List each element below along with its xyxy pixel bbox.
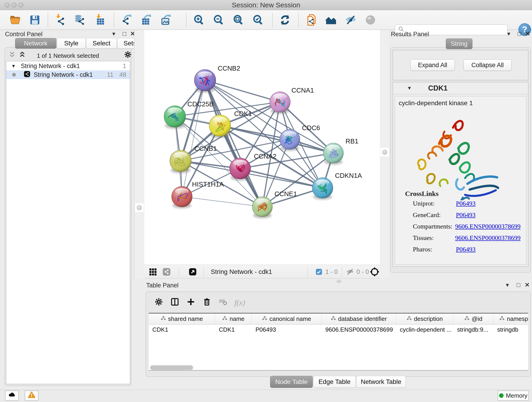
table-panel-close-icon[interactable]: ✕ bbox=[525, 281, 530, 288]
table-cell[interactable]: cyclin-dependent ... bbox=[396, 325, 453, 335]
column-header-database-identifier[interactable]: database identifier bbox=[322, 313, 396, 324]
tab-network-table[interactable]: Network Table bbox=[356, 376, 406, 388]
expand-all-button[interactable]: Expand All bbox=[410, 59, 455, 71]
results-panel-close-icon[interactable]: ✕ bbox=[525, 30, 530, 37]
zoom-in-icon[interactable] bbox=[193, 14, 205, 26]
selected-items-checkbox-icon[interactable] bbox=[315, 268, 323, 277]
crosslink-link[interactable]: 9606.ENSP00000378699 bbox=[455, 234, 520, 242]
tab-network[interactable]: Network bbox=[15, 38, 56, 49]
tab-select[interactable]: Select bbox=[86, 38, 117, 49]
zoom-fit-icon[interactable] bbox=[233, 14, 244, 26]
add-icon[interactable] bbox=[186, 297, 196, 308]
table-cell[interactable]: CDK1 bbox=[149, 325, 215, 335]
network-node-HIST1H1A[interactable]: HIST1H1A bbox=[172, 181, 224, 208]
minimize-window-button[interactable] bbox=[12, 2, 17, 7]
delete-table-icon bbox=[218, 297, 228, 308]
import-network-icon[interactable] bbox=[54, 14, 66, 26]
refresh-icon[interactable] bbox=[279, 14, 291, 26]
tab-string[interactable]: String bbox=[446, 38, 472, 49]
table-panel-float-icon[interactable]: □ bbox=[517, 281, 520, 288]
table-horizontal-scrollbar[interactable] bbox=[150, 365, 193, 370]
open-folder-icon[interactable] bbox=[9, 14, 21, 26]
network-edge[interactable] bbox=[182, 197, 262, 207]
network-edge[interactable] bbox=[182, 80, 205, 197]
left-splitter-handle[interactable] bbox=[135, 203, 144, 212]
table-panel-menu-icon[interactable]: ▾ bbox=[506, 281, 509, 288]
export-network-icon[interactable] bbox=[121, 14, 133, 26]
crosslink-label: Compartments: bbox=[413, 223, 455, 230]
gear-icon[interactable] bbox=[154, 297, 163, 308]
export-table-icon[interactable] bbox=[141, 14, 152, 26]
crosslink-link[interactable]: 9606.ENSP00000378699 bbox=[455, 223, 520, 230]
network-canvas[interactable]: CCNB2CCNA1CDC25BCDK1CDC6RB1CCNB1CCNA2HIS… bbox=[144, 30, 380, 265]
node-label-CCNE1: CCNE1 bbox=[274, 190, 297, 198]
birdseye-view-icon[interactable] bbox=[188, 268, 197, 278]
node-table: shared namenamecanonical namedatabase id… bbox=[149, 313, 528, 370]
network-row[interactable]: String Network - cdk1 11 48 bbox=[6, 70, 130, 79]
node-label-CDKN1A: CDKN1A bbox=[335, 172, 362, 179]
trash-icon[interactable] bbox=[202, 297, 211, 308]
network-view-icon[interactable] bbox=[162, 268, 171, 278]
left-splitter[interactable] bbox=[134, 30, 144, 279]
network-node-CCNE1[interactable]: CCNE1 bbox=[252, 190, 297, 218]
document-share-icon[interactable] bbox=[305, 14, 317, 26]
warnings-button[interactable] bbox=[25, 390, 38, 401]
collapse-all-button[interactable]: Collapse All bbox=[463, 59, 512, 71]
close-window-button[interactable] bbox=[5, 2, 10, 7]
hidden-items-eye-icon[interactable] bbox=[346, 268, 354, 278]
results-panel-float-icon[interactable]: □ bbox=[518, 30, 521, 37]
control-panel-float-icon[interactable]: □ bbox=[123, 30, 126, 37]
save-icon[interactable] bbox=[29, 14, 41, 26]
network-collection-row[interactable]: ▼ String Network - cdk1 1 bbox=[6, 62, 130, 70]
right-splitter-handle[interactable] bbox=[380, 148, 389, 157]
network-node-CCNA1[interactable]: CCNA1 bbox=[270, 87, 314, 114]
column-header-description[interactable]: description bbox=[396, 313, 453, 324]
crosslink-link[interactable]: P06493 bbox=[456, 246, 476, 253]
grid-view-icon[interactable] bbox=[148, 268, 157, 278]
tab-style[interactable]: Style bbox=[57, 38, 86, 49]
network-node-CDKN1A[interactable]: CDKN1A bbox=[312, 172, 362, 200]
fit-selected-crosshair-icon[interactable] bbox=[370, 267, 380, 278]
memory-button[interactable]: Memory bbox=[498, 390, 529, 401]
table-cell[interactable]: P06493 bbox=[252, 325, 322, 335]
gene-result-box: ▼ CDK1 cyclin-dependent kinase 1 bbox=[393, 82, 528, 267]
show-eye-icon[interactable] bbox=[365, 14, 376, 26]
zoom-selected-icon[interactable] bbox=[252, 14, 264, 26]
table-cell[interactable]: 9606.ENSP00000378699 bbox=[322, 325, 396, 335]
column-header-@id[interactable]: @id bbox=[453, 313, 494, 324]
column-header-name[interactable]: name bbox=[215, 313, 252, 324]
gene-header[interactable]: ▼ CDK1 bbox=[393, 82, 528, 94]
column-header-canonical-name[interactable]: canonical name bbox=[252, 313, 322, 324]
node-label-CCNB1: CCNB1 bbox=[194, 145, 217, 152]
import-database-icon[interactable] bbox=[74, 14, 86, 26]
table-cell[interactable]: stringdb:9... bbox=[453, 325, 494, 335]
zoom-out-icon[interactable] bbox=[213, 14, 225, 26]
maximize-window-button[interactable] bbox=[18, 2, 23, 7]
results-panel-menu-icon[interactable]: ▾ bbox=[507, 30, 510, 37]
toolbar-separator bbox=[186, 13, 186, 27]
table-cell[interactable]: CDK1 bbox=[215, 325, 252, 335]
tab-node-table[interactable]: Node Table bbox=[270, 376, 313, 388]
import-table-icon[interactable] bbox=[94, 14, 105, 26]
crosslink-link[interactable]: P06493 bbox=[456, 200, 476, 207]
table-cell[interactable]: stringdb bbox=[494, 325, 528, 335]
tab-edge-table[interactable]: Edge Table bbox=[313, 376, 356, 388]
control-panel: Control Panel ▾ □ ✕ NetworkStyleSelectSe… bbox=[2, 30, 134, 387]
network-options-gear-icon[interactable] bbox=[124, 51, 132, 60]
crosslink-link[interactable]: P06493 bbox=[456, 211, 476, 219]
node-label-CCNA1: CCNA1 bbox=[291, 87, 314, 94]
columns-icon[interactable] bbox=[170, 297, 179, 308]
hidden-items-count: 0 - 0 bbox=[356, 268, 369, 275]
collection-expand-icon[interactable]: ▼ bbox=[11, 64, 16, 69]
home-icon[interactable] bbox=[325, 14, 337, 26]
cloud-status-button[interactable] bbox=[5, 390, 19, 401]
network-node-RB1[interactable]: RB1 bbox=[323, 138, 358, 165]
export-image-icon[interactable] bbox=[160, 14, 172, 26]
table-row[interactable]: CDK1CDK1P064939606.ENSP00000378699cyclin… bbox=[149, 325, 528, 335]
table-panel-title: Table Panel bbox=[146, 282, 178, 289]
hide-eye-icon[interactable] bbox=[345, 14, 357, 26]
gene-collapse-icon[interactable]: ▼ bbox=[407, 85, 412, 91]
column-header-shared-name[interactable]: shared name bbox=[149, 313, 215, 324]
column-header-namespace[interactable]: namespace bbox=[494, 313, 528, 324]
control-panel-menu-icon[interactable]: ▾ bbox=[112, 30, 115, 37]
